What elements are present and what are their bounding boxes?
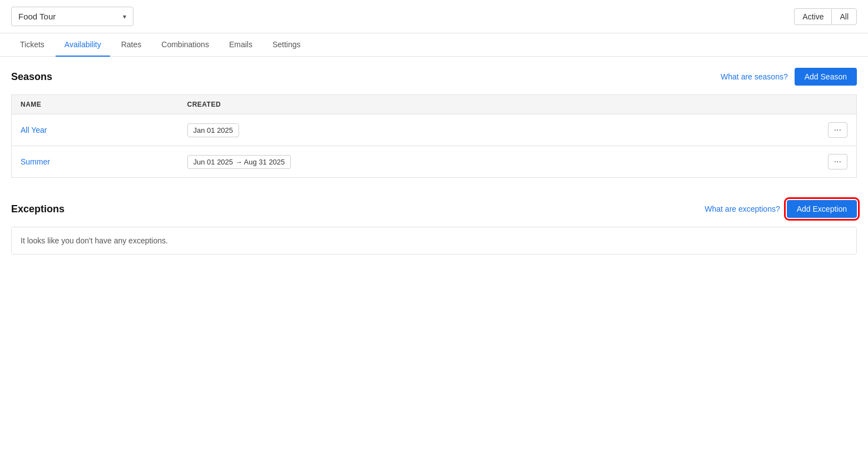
season-summer-menu-button[interactable]: ··· [828,154,847,169]
col-header-name: NAME [12,95,178,114]
table-row: All Year Jan 01 2025 ··· [12,114,857,146]
tab-rates[interactable]: Rates [112,33,151,57]
exceptions-section: Exceptions What are exceptions? Add Exce… [11,200,857,255]
season-all-year-date: Jan 01 2025 [187,123,240,137]
top-bar: Food Tour ▾ Active All [0,0,868,33]
tour-selector-label: Food Tour [18,12,118,21]
season-summer-date: Jun 01 2025 → Aug 31 2025 [187,155,291,169]
season-all-year-menu-button[interactable]: ··· [828,122,847,138]
col-header-actions [819,95,857,114]
seasons-section-header: Seasons What are seasons? Add Season [11,68,857,86]
exceptions-title: Exceptions [11,203,65,215]
no-exceptions-text: It looks like you don't have any excepti… [21,236,168,245]
season-summer-link[interactable]: Summer [21,157,50,166]
exceptions-actions: What are exceptions? Add Exception [705,200,857,218]
dropdown-arrow-icon: ▾ [123,13,126,21]
status-all-button[interactable]: All [831,8,857,25]
season-date-cell: Jun 01 2025 → Aug 31 2025 [178,146,819,178]
seasons-table-header: NAME CREATED [12,95,857,114]
add-season-button[interactable]: Add Season [795,68,857,86]
seasons-actions: What are seasons? Add Season [721,68,857,86]
no-exceptions-message: It looks like you don't have any excepti… [11,227,857,255]
tab-availability[interactable]: Availability [56,33,110,57]
col-header-created: CREATED [178,95,819,114]
main-content: Seasons What are seasons? Add Season NAM… [0,57,868,266]
table-row: Summer Jun 01 2025 → Aug 31 2025 ··· [12,146,857,178]
status-buttons: Active All [794,8,857,25]
tab-combinations[interactable]: Combinations [152,33,218,57]
season-actions-cell: ··· [819,146,857,178]
tab-emails[interactable]: Emails [220,33,261,57]
season-all-year-link[interactable]: All Year [21,126,47,134]
season-name-cell: Summer [12,146,178,178]
season-actions-cell: ··· [819,114,857,146]
status-active-button[interactable]: Active [794,8,831,25]
season-date-cell: Jan 01 2025 [178,114,819,146]
what-are-exceptions-link[interactable]: What are exceptions? [705,204,780,213]
what-are-seasons-link[interactable]: What are seasons? [721,72,788,81]
add-exception-button[interactable]: Add Exception [787,200,857,218]
exceptions-section-header: Exceptions What are exceptions? Add Exce… [11,200,857,218]
seasons-table: NAME CREATED All Year Jan 01 2025 ··· Su… [11,94,857,178]
season-name-cell: All Year [12,114,178,146]
tab-settings[interactable]: Settings [264,33,310,57]
seasons-title: Seasons [11,71,52,83]
tour-selector[interactable]: Food Tour ▾ [11,7,133,26]
nav-tabs: Tickets Availability Rates Combinations … [0,33,868,57]
tab-tickets[interactable]: Tickets [11,33,53,57]
